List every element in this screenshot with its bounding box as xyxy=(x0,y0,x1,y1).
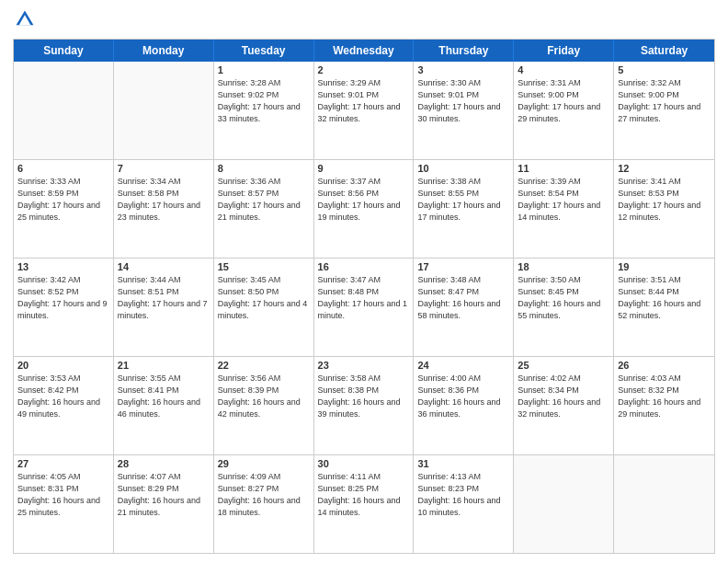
day-number: 2 xyxy=(318,64,410,75)
day-info: Sunrise: 3:44 AM Sunset: 8:51 PM Dayligh… xyxy=(118,274,210,322)
day-number: 14 xyxy=(118,261,210,272)
calendar-day-12: 12Sunrise: 3:41 AM Sunset: 8:53 PM Dayli… xyxy=(614,160,714,258)
day-number: 31 xyxy=(417,458,509,469)
day-info: Sunrise: 3:31 AM Sunset: 9:00 PM Dayligh… xyxy=(518,77,609,125)
day-number: 16 xyxy=(318,261,410,272)
day-info: Sunrise: 4:00 AM Sunset: 8:36 PM Dayligh… xyxy=(417,373,509,420)
day-number: 6 xyxy=(17,163,109,174)
day-header-sunday: Sunday xyxy=(14,40,114,62)
calendar-week-3: 13Sunrise: 3:42 AM Sunset: 8:52 PM Dayli… xyxy=(14,259,714,357)
day-info: Sunrise: 4:05 AM Sunset: 8:31 PM Dayligh… xyxy=(17,471,109,519)
calendar-day-5: 5Sunrise: 3:32 AM Sunset: 9:00 PM Daylig… xyxy=(614,62,714,159)
day-info: Sunrise: 3:53 AM Sunset: 8:42 PM Dayligh… xyxy=(17,373,109,420)
day-number: 1 xyxy=(218,64,310,75)
calendar-day-15: 15Sunrise: 3:45 AM Sunset: 8:50 PM Dayli… xyxy=(214,259,314,356)
day-info: Sunrise: 4:11 AM Sunset: 8:25 PM Dayligh… xyxy=(318,471,410,519)
day-number: 10 xyxy=(417,163,509,174)
day-number: 17 xyxy=(417,261,509,272)
day-number: 7 xyxy=(118,163,210,174)
day-info: Sunrise: 3:32 AM Sunset: 9:00 PM Dayligh… xyxy=(618,77,711,125)
day-number: 29 xyxy=(218,458,310,469)
day-info: Sunrise: 3:51 AM Sunset: 8:44 PM Dayligh… xyxy=(618,274,711,322)
calendar-day-2: 2Sunrise: 3:29 AM Sunset: 9:01 PM Daylig… xyxy=(314,62,415,159)
day-number: 22 xyxy=(218,360,310,371)
calendar-day-20: 20Sunrise: 3:53 AM Sunset: 8:42 PM Dayli… xyxy=(14,357,114,454)
logo-icon xyxy=(15,9,35,29)
day-info: Sunrise: 3:41 AM Sunset: 8:53 PM Dayligh… xyxy=(618,176,711,224)
calendar-day-9: 9Sunrise: 3:37 AM Sunset: 8:56 PM Daylig… xyxy=(314,160,415,258)
day-number: 15 xyxy=(218,261,310,272)
day-number: 9 xyxy=(318,163,410,174)
calendar-empty-cell xyxy=(614,455,714,553)
calendar-day-4: 4Sunrise: 3:31 AM Sunset: 9:00 PM Daylig… xyxy=(514,62,614,159)
day-header-thursday: Thursday xyxy=(414,40,514,62)
day-info: Sunrise: 4:13 AM Sunset: 8:23 PM Dayligh… xyxy=(417,471,509,519)
day-number: 4 xyxy=(518,64,609,75)
calendar-day-10: 10Sunrise: 3:38 AM Sunset: 8:55 PM Dayli… xyxy=(414,160,514,258)
calendar-header-row: SundayMondayTuesdayWednesdayThursdayFrid… xyxy=(14,40,714,62)
day-info: Sunrise: 3:48 AM Sunset: 8:47 PM Dayligh… xyxy=(417,274,509,322)
day-number: 26 xyxy=(618,360,711,371)
day-info: Sunrise: 3:56 AM Sunset: 8:39 PM Dayligh… xyxy=(218,373,310,420)
calendar-day-31: 31Sunrise: 4:13 AM Sunset: 8:23 PM Dayli… xyxy=(414,455,514,553)
calendar-day-19: 19Sunrise: 3:51 AM Sunset: 8:44 PM Dayli… xyxy=(614,259,714,356)
day-number: 28 xyxy=(118,458,210,469)
calendar-body: 1Sunrise: 3:28 AM Sunset: 9:02 PM Daylig… xyxy=(14,62,714,553)
calendar-empty-cell xyxy=(114,62,214,159)
calendar-week-4: 20Sunrise: 3:53 AM Sunset: 8:42 PM Dayli… xyxy=(14,357,714,455)
calendar-week-1: 1Sunrise: 3:28 AM Sunset: 9:02 PM Daylig… xyxy=(14,62,714,160)
calendar-day-1: 1Sunrise: 3:28 AM Sunset: 9:02 PM Daylig… xyxy=(214,62,314,159)
calendar-day-24: 24Sunrise: 4:00 AM Sunset: 8:36 PM Dayli… xyxy=(414,357,514,454)
day-info: Sunrise: 4:03 AM Sunset: 8:32 PM Dayligh… xyxy=(618,373,711,420)
day-info: Sunrise: 4:02 AM Sunset: 8:34 PM Dayligh… xyxy=(518,373,609,420)
calendar-day-25: 25Sunrise: 4:02 AM Sunset: 8:34 PM Dayli… xyxy=(514,357,614,454)
calendar-week-5: 27Sunrise: 4:05 AM Sunset: 8:31 PM Dayli… xyxy=(14,455,714,553)
calendar-day-30: 30Sunrise: 4:11 AM Sunset: 8:25 PM Dayli… xyxy=(314,455,415,553)
day-number: 21 xyxy=(118,360,210,371)
calendar: SundayMondayTuesdayWednesdayThursdayFrid… xyxy=(13,39,715,554)
day-info: Sunrise: 3:36 AM Sunset: 8:57 PM Dayligh… xyxy=(218,176,310,224)
calendar-day-17: 17Sunrise: 3:48 AM Sunset: 8:47 PM Dayli… xyxy=(414,259,514,356)
calendar-day-23: 23Sunrise: 3:58 AM Sunset: 8:38 PM Dayli… xyxy=(314,357,415,454)
calendar-day-18: 18Sunrise: 3:50 AM Sunset: 8:45 PM Dayli… xyxy=(514,259,614,356)
day-number: 30 xyxy=(318,458,410,469)
calendar-day-16: 16Sunrise: 3:47 AM Sunset: 8:48 PM Dayli… xyxy=(314,259,415,356)
day-info: Sunrise: 3:39 AM Sunset: 8:54 PM Dayligh… xyxy=(518,176,609,224)
day-number: 13 xyxy=(17,261,109,272)
calendar-day-6: 6Sunrise: 3:33 AM Sunset: 8:59 PM Daylig… xyxy=(14,160,114,258)
calendar-empty-cell xyxy=(14,62,114,159)
calendar-day-29: 29Sunrise: 4:09 AM Sunset: 8:27 PM Dayli… xyxy=(214,455,314,553)
day-header-wednesday: Wednesday xyxy=(314,40,415,62)
day-number: 25 xyxy=(518,360,609,371)
calendar-day-27: 27Sunrise: 4:05 AM Sunset: 8:31 PM Dayli… xyxy=(14,455,114,553)
day-info: Sunrise: 3:58 AM Sunset: 8:38 PM Dayligh… xyxy=(318,373,410,420)
day-info: Sunrise: 3:30 AM Sunset: 9:01 PM Dayligh… xyxy=(417,77,509,125)
day-info: Sunrise: 3:28 AM Sunset: 9:02 PM Dayligh… xyxy=(218,77,310,125)
day-number: 23 xyxy=(318,360,410,371)
day-number: 12 xyxy=(618,163,711,174)
day-info: Sunrise: 3:37 AM Sunset: 8:56 PM Dayligh… xyxy=(318,176,410,224)
day-number: 11 xyxy=(518,163,609,174)
calendar-day-7: 7Sunrise: 3:34 AM Sunset: 8:58 PM Daylig… xyxy=(114,160,214,258)
day-number: 20 xyxy=(17,360,109,371)
calendar-day-13: 13Sunrise: 3:42 AM Sunset: 8:52 PM Dayli… xyxy=(14,259,114,356)
day-number: 18 xyxy=(518,261,609,272)
calendar-day-22: 22Sunrise: 3:56 AM Sunset: 8:39 PM Dayli… xyxy=(214,357,314,454)
calendar-week-2: 6Sunrise: 3:33 AM Sunset: 8:59 PM Daylig… xyxy=(14,160,714,259)
day-header-friday: Friday xyxy=(514,40,614,62)
day-info: Sunrise: 3:50 AM Sunset: 8:45 PM Dayligh… xyxy=(518,274,609,322)
page: SundayMondayTuesdayWednesdayThursdayFrid… xyxy=(0,0,728,563)
day-number: 24 xyxy=(417,360,509,371)
calendar-day-3: 3Sunrise: 3:30 AM Sunset: 9:01 PM Daylig… xyxy=(414,62,514,159)
day-number: 19 xyxy=(618,261,711,272)
day-info: Sunrise: 3:47 AM Sunset: 8:48 PM Dayligh… xyxy=(318,274,410,322)
calendar-day-26: 26Sunrise: 4:03 AM Sunset: 8:32 PM Dayli… xyxy=(614,357,714,454)
logo xyxy=(13,9,37,33)
calendar-day-11: 11Sunrise: 3:39 AM Sunset: 8:54 PM Dayli… xyxy=(514,160,614,258)
calendar-empty-cell xyxy=(514,455,614,553)
calendar-day-21: 21Sunrise: 3:55 AM Sunset: 8:41 PM Dayli… xyxy=(114,357,214,454)
calendar-day-8: 8Sunrise: 3:36 AM Sunset: 8:57 PM Daylig… xyxy=(214,160,314,258)
day-header-saturday: Saturday xyxy=(614,40,714,62)
day-info: Sunrise: 4:07 AM Sunset: 8:29 PM Dayligh… xyxy=(118,471,210,519)
day-number: 5 xyxy=(618,64,711,75)
